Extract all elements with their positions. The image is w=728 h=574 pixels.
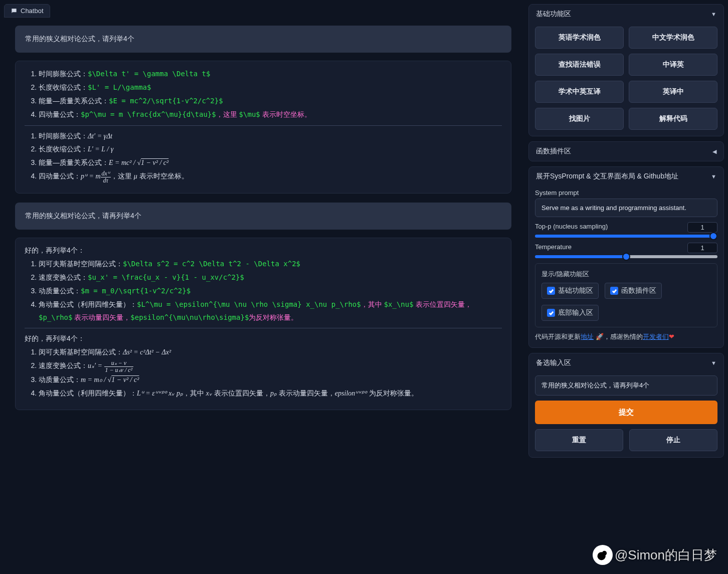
temperature-slider[interactable] bbox=[535, 255, 717, 258]
btn-chinese-polish[interactable]: 中文学术润色 bbox=[629, 27, 717, 49]
panel-basic-title: 基础功能区 bbox=[536, 10, 571, 19]
panel-basic-header[interactable]: 基础功能区 ▼ bbox=[529, 5, 723, 24]
system-prompt-input[interactable]: Serve me as a writing and programming as… bbox=[535, 199, 717, 217]
panel-sys-title: 展开SysPrompt & 交互界面布局 & Github地址 bbox=[536, 172, 678, 181]
user-message: 常用的狭义相对论公式，请再列举4个 bbox=[15, 203, 511, 230]
weibo-icon bbox=[593, 545, 613, 565]
alt-input[interactable]: 常用的狭义相对论公式，请再列举4个 bbox=[535, 375, 717, 396]
chevron-down-icon: ▼ bbox=[711, 173, 716, 179]
submit-button[interactable]: 提交 bbox=[535, 401, 717, 424]
chat-area: 常用的狭义相对论公式，请列举4个 时间膨胀公式：$\Delta t' = \ga… bbox=[4, 18, 522, 570]
watermark: @Simon的白日梦 bbox=[593, 545, 717, 565]
panel-basic: 基础功能区 ▼ 英语学术润色 中文学术润色 查找语法错误 中译英 学术中英互译 … bbox=[528, 4, 724, 136]
panel-alt-title: 备选输入区 bbox=[536, 358, 571, 367]
footer-note: 代码开源和更新地址 🚀，感谢热情的开发者们❤ bbox=[535, 332, 717, 341]
checkbox-checked-icon bbox=[547, 287, 555, 295]
panel-alt-header[interactable]: 备选输入区 ▼ bbox=[529, 353, 723, 372]
panel-plugin: 函数插件区 ◀ bbox=[528, 141, 724, 161]
panel-sys-header[interactable]: 展开SysPrompt & 交互界面布局 & Github地址 ▼ bbox=[529, 167, 723, 186]
btn-en-to-zh[interactable]: 英译中 bbox=[629, 81, 717, 103]
topp-value[interactable]: 1 bbox=[687, 222, 717, 233]
checkbox-checked-icon bbox=[547, 309, 555, 317]
chk-bottom[interactable]: 底部输入区 bbox=[541, 305, 599, 321]
chevron-down-icon: ▼ bbox=[711, 11, 716, 17]
visibility-label: 显示/隐藏功能区 bbox=[541, 270, 711, 279]
btn-explain-code[interactable]: 解释代码 bbox=[629, 108, 717, 130]
chevron-down-icon: ▼ bbox=[711, 360, 716, 366]
chk-basic[interactable]: 基础功能区 bbox=[541, 283, 599, 299]
temp-label: Temperature bbox=[535, 243, 572, 251]
checkbox-checked-icon bbox=[610, 287, 618, 295]
btn-english-polish[interactable]: 英语学术润色 bbox=[535, 27, 624, 49]
btn-academic-trans[interactable]: 学术中英互译 bbox=[535, 81, 624, 103]
btn-grammar-check[interactable]: 查找语法错误 bbox=[535, 54, 624, 76]
bot-message: 好的，再列举4个： 闵可夫斯基时空间隔公式：$\Delta s^2 = c^2 … bbox=[15, 238, 511, 410]
panel-sys: 展开SysPrompt & 交互界面布局 & Github地址 ▼ System… bbox=[528, 166, 724, 348]
temp-value[interactable]: 1 bbox=[687, 243, 717, 253]
tab-label: Chatbot bbox=[21, 7, 44, 15]
panel-plugin-header[interactable]: 函数插件区 ◀ bbox=[529, 142, 723, 161]
chk-plugin[interactable]: 函数插件区 bbox=[605, 283, 662, 299]
topp-label: Top-p (nucleus sampling) bbox=[535, 223, 608, 230]
bot-message: 时间膨胀公式：$\Delta t' = \gamma \Delta t$ 长度收… bbox=[15, 61, 511, 194]
panel-plugin-title: 函数插件区 bbox=[536, 147, 571, 156]
svg-point-1 bbox=[602, 551, 607, 555]
tab-chatbot[interactable]: Chatbot bbox=[4, 4, 50, 18]
btn-find-image[interactable]: 找图片 bbox=[535, 108, 624, 130]
system-prompt-label: System prompt bbox=[535, 189, 717, 197]
panel-alt-input: 备选输入区 ▼ 常用的狭义相对论公式，请再列举4个 提交 重置 停止 bbox=[528, 353, 724, 458]
user-message: 常用的狭义相对论公式，请列举4个 bbox=[15, 26, 511, 53]
topp-slider[interactable] bbox=[535, 235, 717, 238]
stop-button[interactable]: 停止 bbox=[629, 429, 717, 451]
repo-link[interactable]: 地址 bbox=[581, 333, 594, 340]
chevron-left-icon: ◀ bbox=[712, 148, 716, 155]
devs-link[interactable]: 开发者们 bbox=[643, 333, 669, 340]
heart-icon: ❤ bbox=[669, 333, 674, 340]
chat-icon bbox=[11, 8, 18, 15]
reset-button[interactable]: 重置 bbox=[535, 429, 623, 451]
btn-zh-to-en[interactable]: 中译英 bbox=[629, 54, 717, 76]
